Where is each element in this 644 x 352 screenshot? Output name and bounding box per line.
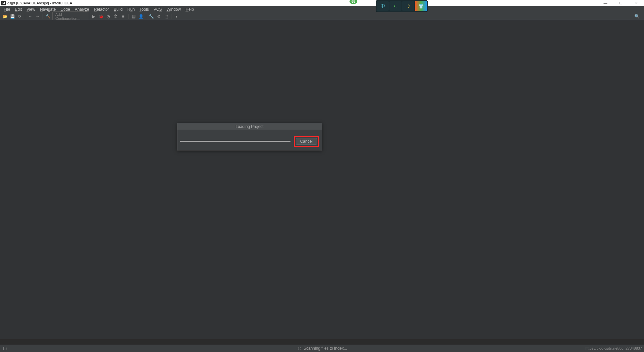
run-icon[interactable]: ▶ xyxy=(91,13,97,19)
open-icon[interactable]: 📂 xyxy=(2,13,8,19)
menubar: File Edit View Navigate Code Analyze Ref… xyxy=(0,6,644,13)
statusbar: ▢ ◌ Scanning files to index... https://b… xyxy=(0,345,644,352)
maximize-button[interactable]: ☐ xyxy=(613,0,629,6)
toolbar: 📂 💾 ⟳ ← → 🔨 Add Configuration... ▶ 🐞 ◔ ⏱… xyxy=(0,13,644,20)
back-icon[interactable]: ← xyxy=(27,13,33,19)
toolbar-separator xyxy=(128,14,128,19)
statusbar-message: Scanning files to index... xyxy=(304,346,347,351)
structure-icon[interactable]: ▤ xyxy=(130,13,137,19)
menu-run[interactable]: Run xyxy=(125,6,137,12)
toolbar-separator xyxy=(43,14,43,19)
statusbar-progress: ◌ Scanning files to index... xyxy=(297,346,347,351)
ime-language-button[interactable]: 中 xyxy=(377,1,389,11)
window-controls: — ☐ ✕ xyxy=(598,0,644,6)
ime-panel: 中 ● , ☽ 👕 xyxy=(376,0,428,12)
menu-window[interactable]: Window xyxy=(164,6,183,12)
menu-view[interactable]: View xyxy=(24,6,38,12)
toolbar-separator xyxy=(25,14,25,19)
menu-tools[interactable]: Tools xyxy=(137,6,151,12)
app-icon: IJ xyxy=(1,1,6,5)
stop-icon[interactable]: ■ xyxy=(120,13,126,19)
run-configuration-selector[interactable]: Add Configuration... xyxy=(52,11,89,21)
dialog-body: Cancel xyxy=(177,130,322,150)
ime-moon-button[interactable]: ☽ xyxy=(402,1,414,11)
statusbar-windows-icon[interactable]: ▢ xyxy=(2,346,7,351)
menu-file[interactable]: File xyxy=(1,6,12,12)
minimize-button[interactable]: — xyxy=(598,0,613,6)
menu-vcs[interactable]: VCS xyxy=(151,6,164,12)
watermark-text: https://blog.csdn.net/qq_27348837 xyxy=(585,346,642,350)
save-icon[interactable]: 💾 xyxy=(9,13,15,19)
profile-icon[interactable]: ⏱ xyxy=(113,13,119,19)
sync-icon[interactable]: ⟳ xyxy=(17,13,23,19)
wrench-icon[interactable]: 🔧 xyxy=(148,13,154,19)
annotation-highlight: Cancel xyxy=(294,136,319,147)
forward-icon[interactable]: → xyxy=(35,13,41,19)
search-icon[interactable]: 🔍 xyxy=(634,13,640,19)
cancel-button[interactable]: Cancel xyxy=(296,138,317,145)
editor-area: Loading Project Cancel xyxy=(0,20,644,339)
menu-refactor[interactable]: Refactor xyxy=(92,6,111,12)
debug-icon[interactable]: 🐞 xyxy=(98,13,104,19)
progress-fill xyxy=(180,141,290,142)
ime-punctuation-button[interactable]: ● , xyxy=(389,1,401,11)
dialog-title: Loading Project xyxy=(177,123,322,130)
menu-build[interactable]: Build xyxy=(111,6,125,12)
ime-skin-button[interactable]: 👕 xyxy=(415,1,427,11)
plugin-icon[interactable]: ⬚ xyxy=(163,13,169,19)
toolbar-separator xyxy=(146,14,146,19)
menu-help[interactable]: Help xyxy=(183,6,196,12)
coverage-icon[interactable]: ◔ xyxy=(105,13,111,19)
window-titlebar: IJ dsjpt [E:\JAVAIDEA\dsjpt] - IntelliJ … xyxy=(0,0,644,6)
spinner-icon: ◌ xyxy=(297,346,302,351)
dropdown-icon[interactable]: ▾ xyxy=(173,13,179,19)
hammer-icon[interactable]: 🔨 xyxy=(45,13,51,19)
loading-project-dialog: Loading Project Cancel xyxy=(177,123,322,150)
settings-icon[interactable]: ⚙ xyxy=(156,13,162,19)
avatar-icon[interactable]: 👤 xyxy=(138,13,144,19)
notification-badge[interactable]: 68 xyxy=(349,0,358,4)
menu-edit[interactable]: Edit xyxy=(12,6,24,12)
window-title: dsjpt [E:\JAVAIDEA\dsjpt] - IntelliJ IDE… xyxy=(7,1,72,5)
close-button[interactable]: ✕ xyxy=(629,0,644,6)
progress-bar xyxy=(180,141,290,142)
toolbar-separator xyxy=(171,14,171,19)
